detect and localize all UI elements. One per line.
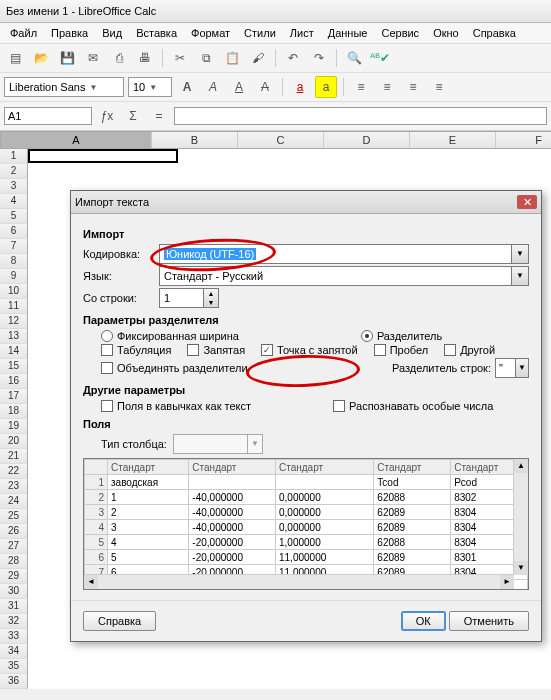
row-header[interactable]: 8: [0, 254, 28, 269]
row-header[interactable]: 26: [0, 524, 28, 539]
font-size-combo[interactable]: 10▼: [128, 77, 172, 97]
spinner-buttons[interactable]: ▲▼: [203, 289, 218, 307]
row-header[interactable]: 29: [0, 569, 28, 584]
row-header[interactable]: 30: [0, 584, 28, 599]
row-header[interactable]: 24: [0, 494, 28, 509]
bold-icon[interactable]: A: [176, 76, 198, 98]
menu-файл[interactable]: Файл: [4, 25, 43, 41]
print-icon[interactable]: 🖶: [134, 47, 156, 69]
row-header[interactable]: 6: [0, 224, 28, 239]
highlight-icon[interactable]: a: [315, 76, 337, 98]
check-semicolon[interactable]: Точка с запятой: [261, 344, 358, 356]
function-wizard-icon[interactable]: ƒx: [96, 105, 118, 127]
row-header[interactable]: 10: [0, 284, 28, 299]
italic-icon[interactable]: A: [202, 76, 224, 98]
row-header[interactable]: 12: [0, 314, 28, 329]
menu-лист[interactable]: Лист: [284, 25, 320, 41]
fromrow-spinner[interactable]: 1 ▲▼: [159, 288, 219, 308]
row-header[interactable]: 21: [0, 449, 28, 464]
underline-icon[interactable]: A: [228, 76, 250, 98]
close-icon[interactable]: ✕: [517, 195, 537, 209]
copy-icon[interactable]: ⧉: [195, 47, 217, 69]
preview-area[interactable]: СтандартСтандартСтандартСтандартСтандарт…: [83, 458, 529, 590]
row-header[interactable]: 31: [0, 599, 28, 614]
brush-icon[interactable]: 🖌: [247, 47, 269, 69]
row-header[interactable]: 18: [0, 404, 28, 419]
menu-сервис[interactable]: Сервис: [375, 25, 425, 41]
menu-вид[interactable]: Вид: [96, 25, 128, 41]
ok-button[interactable]: ОК: [401, 611, 446, 631]
check-quoted-as-text[interactable]: Поля в кавычках как текст: [101, 400, 251, 412]
redo-icon[interactable]: ↷: [308, 47, 330, 69]
email-icon[interactable]: ✉: [82, 47, 104, 69]
row-header[interactable]: 36: [0, 674, 28, 689]
row-header[interactable]: 7: [0, 239, 28, 254]
menu-справка[interactable]: Справка: [467, 25, 522, 41]
row-header[interactable]: 33: [0, 629, 28, 644]
col-header-B[interactable]: B: [152, 132, 238, 148]
formula-input[interactable]: [174, 107, 547, 125]
font-name-combo[interactable]: Liberation Sans▼: [4, 77, 124, 97]
menu-формат[interactable]: Формат: [185, 25, 236, 41]
check-other[interactable]: Другой: [444, 344, 495, 356]
row-header[interactable]: 35: [0, 659, 28, 674]
cancel-button[interactable]: Отменить: [449, 611, 529, 631]
check-space[interactable]: Пробел: [374, 344, 429, 356]
find-icon[interactable]: 🔍: [343, 47, 365, 69]
row-header[interactable]: 32: [0, 614, 28, 629]
row-header[interactable]: 17: [0, 389, 28, 404]
strike-icon[interactable]: A: [254, 76, 276, 98]
pdf-icon[interactable]: ⎙: [108, 47, 130, 69]
menu-вставка[interactable]: Вставка: [130, 25, 183, 41]
paste-icon[interactable]: 📋: [221, 47, 243, 69]
col-header-E[interactable]: E: [410, 132, 496, 148]
row-header[interactable]: 27: [0, 539, 28, 554]
check-detect-numbers[interactable]: Распознавать особые числа: [333, 400, 493, 412]
col-header-A[interactable]: A: [1, 132, 152, 148]
radio-delimiter[interactable]: Разделитель: [361, 330, 442, 342]
row-header[interactable]: 3: [0, 179, 28, 194]
row-header[interactable]: 23: [0, 479, 28, 494]
align-justify-icon[interactable]: ≡: [428, 76, 450, 98]
menu-окно[interactable]: Окно: [427, 25, 465, 41]
menu-стили[interactable]: Стили: [238, 25, 282, 41]
row-header[interactable]: 25: [0, 509, 28, 524]
check-merge-delimiters[interactable]: Объединять разделители: [101, 362, 248, 374]
equals-icon[interactable]: =: [148, 105, 170, 127]
save-icon[interactable]: 💾: [56, 47, 78, 69]
align-center-icon[interactable]: ≡: [376, 76, 398, 98]
align-right-icon[interactable]: ≡: [402, 76, 424, 98]
help-button[interactable]: Справка: [83, 611, 156, 631]
row-header[interactable]: 13: [0, 329, 28, 344]
row-header[interactable]: 28: [0, 554, 28, 569]
row-header[interactable]: 4: [0, 194, 28, 209]
row-header[interactable]: 22: [0, 464, 28, 479]
sum-icon[interactable]: Σ: [122, 105, 144, 127]
row-header[interactable]: 16: [0, 374, 28, 389]
check-comma[interactable]: Запятая: [187, 344, 245, 356]
check-tab[interactable]: Табуляция: [101, 344, 171, 356]
font-color-icon[interactable]: a: [289, 76, 311, 98]
language-combo[interactable]: Стандарт - Русский ▼: [159, 266, 529, 286]
string-delim-combo[interactable]: " ▼: [495, 358, 529, 378]
encoding-combo[interactable]: Юникод (UTF-16) ▼: [159, 244, 529, 264]
row-header[interactable]: 2: [0, 164, 28, 179]
menu-правка[interactable]: Правка: [45, 25, 94, 41]
col-header-F[interactable]: F: [496, 132, 551, 148]
vertical-scrollbar[interactable]: [513, 459, 528, 575]
new-icon[interactable]: ▤: [4, 47, 26, 69]
spellcheck-icon[interactable]: ᴬᴮ✔: [369, 47, 391, 69]
cell-reference-input[interactable]: [4, 107, 92, 125]
radio-fixed-width[interactable]: Фиксированная ширина: [101, 330, 239, 342]
row-header[interactable]: 34: [0, 644, 28, 659]
col-header-C[interactable]: C: [238, 132, 324, 148]
row-header[interactable]: 9: [0, 269, 28, 284]
menu-данные[interactable]: Данные: [322, 25, 374, 41]
row-header[interactable]: 14: [0, 344, 28, 359]
row-header[interactable]: 11: [0, 299, 28, 314]
horizontal-scrollbar[interactable]: [84, 574, 514, 589]
open-icon[interactable]: 📂: [30, 47, 52, 69]
row-header[interactable]: 20: [0, 434, 28, 449]
row-header[interactable]: 19: [0, 419, 28, 434]
dialog-titlebar[interactable]: Импорт текста ✕: [71, 191, 541, 214]
